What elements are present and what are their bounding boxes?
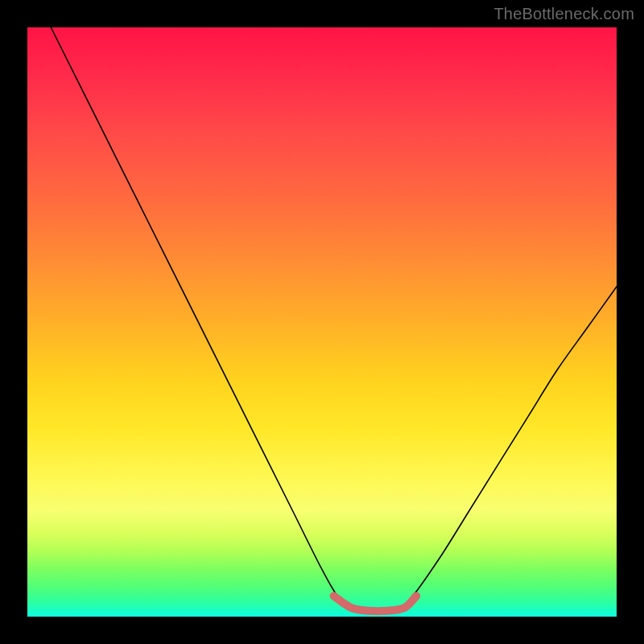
chart-frame: TheBottleneck.com	[0, 0, 644, 644]
plot-area	[27, 27, 617, 617]
tolerance-band	[334, 596, 416, 611]
plot-svg	[27, 27, 617, 617]
watermark-text: TheBottleneck.com	[493, 5, 634, 23]
bottleneck-curve	[51, 27, 617, 612]
